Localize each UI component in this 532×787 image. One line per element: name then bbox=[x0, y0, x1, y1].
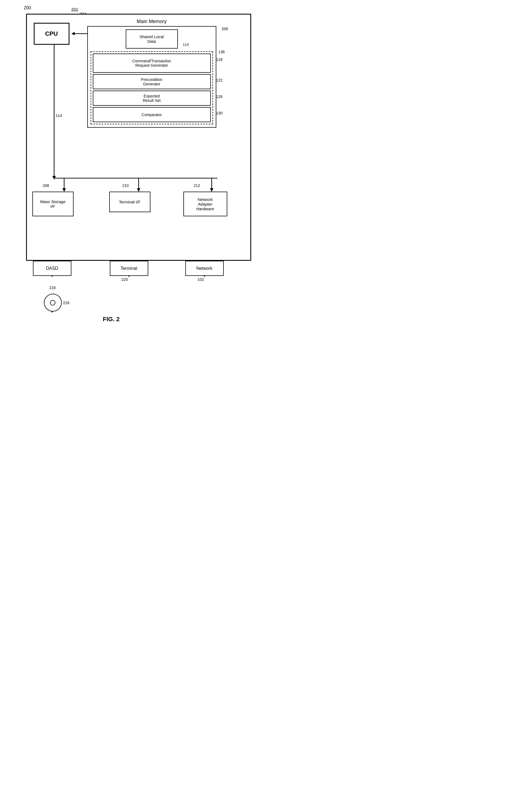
ref-216: 216 bbox=[49, 285, 56, 290]
ref-130: 130 bbox=[216, 111, 222, 115]
expected-result-box: Expected Result Set 126 bbox=[93, 90, 211, 106]
dasd-label: DASD bbox=[46, 266, 58, 271]
ref-122: 122 bbox=[216, 78, 222, 82]
cpu-label: CPU bbox=[45, 30, 58, 37]
cmd-transaction-label: Command/Transaction Request Generator bbox=[132, 59, 171, 67]
cpu-box: CPU bbox=[34, 23, 69, 45]
mass-storage-ref: 208 bbox=[43, 183, 49, 188]
ref-218: 218 bbox=[63, 301, 69, 305]
ref-114: 114 bbox=[56, 113, 62, 118]
network-outside-label: Network bbox=[196, 266, 212, 271]
disk-icon bbox=[44, 294, 62, 312]
terminal-outside-box: Terminal bbox=[110, 261, 148, 276]
mass-storage-label: Mass Storage I/F bbox=[40, 199, 66, 209]
ref-200-label: 200 bbox=[24, 5, 31, 10]
precondition-box: Precondition Generator 122 bbox=[93, 74, 211, 89]
dashed-inner-box: 138 Command/Transaction Request Generato… bbox=[91, 51, 213, 124]
ref-114-shared: 114 bbox=[183, 43, 189, 47]
diagram-wrapper: 200 202 204 bbox=[9, 5, 257, 261]
outside-arrows bbox=[26, 261, 251, 365]
network-adapter-label: Network Adapter Hardware bbox=[196, 197, 214, 211]
comparator-label: Comparator bbox=[142, 112, 162, 117]
expected-result-label: Expected Result Set bbox=[143, 94, 161, 103]
ref-206: 206 bbox=[221, 27, 228, 31]
precondition-label: Precondition Generator bbox=[141, 78, 163, 86]
network-adapter-ref: 212 bbox=[194, 183, 200, 188]
shared-local-data-label: Shared Local Data bbox=[140, 34, 164, 44]
main-memory-label: Main Memory bbox=[87, 19, 216, 24]
terminal-if-box: Terminal I/F bbox=[109, 192, 150, 212]
terminal-outside-label: Terminal bbox=[121, 266, 137, 271]
ref-138: 138 bbox=[218, 50, 225, 54]
main-memory-area: Main Memory 206 Shared Local Data 114 13… bbox=[87, 19, 216, 128]
terminal-if-label: Terminal I/F bbox=[119, 199, 140, 204]
fig2-label: FIG. 2 bbox=[103, 316, 120, 323]
terminal-if-ref: 210 bbox=[123, 183, 129, 188]
ref-126: 126 bbox=[216, 94, 222, 99]
comparator-box: Comparator 130 bbox=[93, 107, 211, 122]
ref-102: 102 bbox=[198, 277, 204, 282]
ref-220: 220 bbox=[122, 277, 128, 282]
network-adapter-box: Network Adapter Hardware bbox=[184, 192, 227, 216]
ref-202: 202 bbox=[71, 7, 78, 12]
shared-local-data-box: Shared Local Data 114 bbox=[126, 29, 178, 48]
network-outside-box: Network bbox=[185, 261, 224, 276]
dasd-box: DASD bbox=[33, 261, 71, 276]
cmd-transaction-box: Command/Transaction Request Generator 11… bbox=[93, 54, 211, 73]
mass-storage-box: Mass Storage I/F bbox=[33, 192, 73, 216]
ref-118: 118 bbox=[216, 57, 222, 62]
